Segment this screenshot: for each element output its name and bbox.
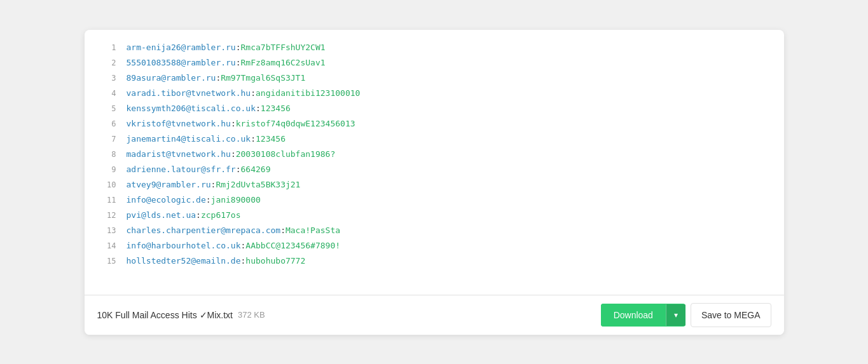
- download-dropdown-button[interactable]: ▾: [666, 304, 685, 326]
- password-part: kristof74q0dqwE123456013: [236, 119, 355, 128]
- password-part: 123456: [261, 104, 291, 113]
- email-part: madarist@tvnetwork.hu: [127, 149, 231, 159]
- file-info: 10K Full Mail Access Hits ✓Mix.txt 372 K…: [97, 310, 265, 320]
- line-number: 5: [97, 101, 116, 116]
- line-content: info@harbourhotel.co.uk:AAbbCC@123456#78…: [127, 238, 341, 253]
- password-part: zcp617os: [201, 210, 241, 220]
- line-content: pvi@lds.net.ua:zcp617os: [127, 208, 241, 223]
- file-content-area[interactable]: 1arm-enija26@rambler.ru:Rmca7bTFFshUY2CW…: [85, 30, 784, 295]
- email-part: adrienne.latour@sfr.fr: [127, 165, 236, 174]
- file-name: 10K Full Mail Access Hits ✓Mix.txt: [97, 310, 233, 320]
- table-row: 11info@ecologic.de:jani890000: [97, 192, 771, 208]
- table-row: 12pvi@lds.net.ua:zcp617os: [97, 208, 771, 223]
- table-row: 13charles.charpentier@mrepaca.com:Maca!P…: [97, 223, 771, 238]
- email-part: 55501083588@rambler.ru: [127, 58, 236, 67]
- email-part: vkristof@tvnetwork.hu: [127, 119, 231, 128]
- line-content: info@ecologic.de:jani890000: [127, 192, 261, 208]
- table-row: 255501083588@rambler.ru:RmFz8amq16C2sUav…: [97, 55, 771, 71]
- line-content: 89asura@rambler.ru:Rm97Tmgal6SqS3JT1: [127, 71, 306, 86]
- table-row: 14info@harbourhotel.co.uk:AAbbCC@123456#…: [97, 238, 771, 253]
- line-number: 15: [97, 253, 116, 269]
- line-number: 4: [97, 86, 116, 101]
- password-part: Rmj2dUvta5BK33j21: [216, 180, 300, 189]
- email-part: 89asura@rambler.ru: [127, 73, 216, 83]
- save-to-mega-button[interactable]: Save to MEGA: [691, 303, 771, 327]
- password-part: Rm97Tmgal6SqS3JT1: [221, 73, 305, 83]
- table-row: 4varadi.tibor@tvnetwork.hu:angidanitibi1…: [97, 86, 771, 101]
- password-part: RmFz8amq16C2sUav1: [241, 58, 326, 67]
- table-row: 15hollstedter52@emailn.de:hubohubo7772: [97, 253, 771, 269]
- email-part: info@ecologic.de: [127, 195, 206, 205]
- line-content: 55501083588@rambler.ru:RmFz8amq16C2sUav1: [127, 55, 326, 71]
- password-part: hubohubo7772: [245, 256, 305, 266]
- line-content: adrienne.latour@sfr.fr:664269: [127, 162, 271, 177]
- line-content: madarist@tvnetwork.hu:20030108clubfan198…: [127, 147, 336, 162]
- line-number: 1: [97, 40, 116, 55]
- email-part: atvey9@rambler.ru: [127, 180, 211, 189]
- line-number: 6: [97, 116, 116, 131]
- line-number: 13: [97, 223, 116, 238]
- password-part: Maca!PasSta: [286, 226, 340, 235]
- table-row: 389asura@rambler.ru:Rm97Tmgal6SqS3JT1: [97, 71, 771, 86]
- password-part: angidanitibi123100010: [256, 88, 360, 98]
- password-part: 123456: [256, 134, 286, 144]
- download-button-group[interactable]: Download ▾: [601, 304, 685, 327]
- table-row: 6vkristof@tvnetwork.hu:kristof74q0dqwE12…: [97, 116, 771, 131]
- table-row: 7janemartin4@tiscali.co.uk:123456: [97, 131, 771, 147]
- line-content: arm-enija26@rambler.ru:Rmca7bTFFshUY2CW1: [127, 40, 326, 55]
- line-number: 2: [97, 55, 116, 71]
- table-row: 1arm-enija26@rambler.ru:Rmca7bTFFshUY2CW…: [97, 40, 771, 55]
- line-number: 3: [97, 71, 116, 86]
- file-size: 372 KB: [238, 310, 265, 320]
- table-row: 10atvey9@rambler.ru:Rmj2dUvta5BK33j21: [97, 177, 771, 192]
- line-number: 12: [97, 208, 116, 223]
- table-row: 9adrienne.latour@sfr.fr:664269: [97, 162, 771, 177]
- email-part: arm-enija26@rambler.ru: [127, 43, 236, 52]
- email-part: hollstedter52@emailn.de: [127, 256, 241, 266]
- email-part: janemartin4@tiscali.co.uk: [127, 134, 251, 144]
- line-content: varadi.tibor@tvnetwork.hu:angidanitibi12…: [127, 86, 361, 101]
- email-part: charles.charpentier@mrepaca.com: [127, 226, 281, 235]
- email-part: kenssymth206@tiscali.co.uk: [127, 104, 256, 113]
- action-buttons: Download ▾ Save to MEGA: [601, 303, 771, 327]
- table-row: 8madarist@tvnetwork.hu:20030108clubfan19…: [97, 147, 771, 162]
- email-part: info@harbourhotel.co.uk: [127, 241, 241, 250]
- line-number: 9: [97, 162, 116, 177]
- line-number: 7: [97, 131, 116, 147]
- password-part: jani890000: [211, 195, 261, 205]
- line-content: kenssymth206@tiscali.co.uk:123456: [127, 101, 291, 116]
- line-number: 8: [97, 147, 116, 162]
- line-content: hollstedter52@emailn.de:hubohubo7772: [127, 253, 306, 269]
- line-content: atvey9@rambler.ru:Rmj2dUvta5BK33j21: [127, 177, 301, 192]
- line-number: 10: [97, 177, 116, 192]
- table-row: 5kenssymth206@tiscali.co.uk:123456: [97, 101, 771, 116]
- footer-bar: 10K Full Mail Access Hits ✓Mix.txt 372 K…: [85, 295, 784, 335]
- download-main-button[interactable]: Download: [601, 304, 666, 327]
- password-part: Rmca7bTFFshUY2CW1: [241, 43, 326, 52]
- line-number: 14: [97, 238, 116, 253]
- file-viewer: 1arm-enija26@rambler.ru:Rmca7bTFFshUY2CW…: [85, 30, 784, 335]
- password-part: 664269: [241, 165, 271, 174]
- email-part: varadi.tibor@tvnetwork.hu: [127, 88, 251, 98]
- line-content: charles.charpentier@mrepaca.com:Maca!Pas…: [127, 223, 341, 238]
- password-part: AAbbCC@123456#7890!: [245, 241, 340, 250]
- line-content: vkristof@tvnetwork.hu:kristof74q0dqwE123…: [127, 116, 355, 131]
- email-part: pvi@lds.net.ua: [127, 210, 196, 220]
- line-number: 11: [97, 192, 116, 208]
- password-part: 20030108clubfan1986?: [236, 149, 336, 159]
- line-content: janemartin4@tiscali.co.uk:123456: [127, 131, 286, 147]
